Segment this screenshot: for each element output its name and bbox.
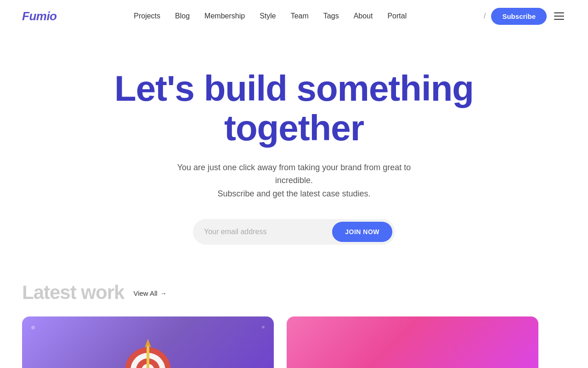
email-form: JOIN NOW xyxy=(193,219,395,245)
nav-link-blog[interactable]: Blog xyxy=(175,12,190,20)
hero-title: Let's build something together xyxy=(87,69,501,148)
view-all-link[interactable]: View All → xyxy=(133,289,166,297)
nav-link-style[interactable]: Style xyxy=(260,12,276,20)
svg-rect-5 xyxy=(147,345,149,368)
nav-link-membership[interactable]: Membership xyxy=(204,12,245,20)
email-input[interactable] xyxy=(204,224,332,240)
join-now-button[interactable]: JOIN NOW xyxy=(332,222,392,242)
decorative-dot-tl xyxy=(31,326,35,329)
nav-link-about[interactable]: About xyxy=(354,12,373,20)
nav-link-projects[interactable]: Projects xyxy=(134,12,160,20)
menu-line-1 xyxy=(554,12,564,13)
cards-row xyxy=(22,316,566,368)
nav-right: / Subscribe xyxy=(484,8,566,25)
hero-subtitle-line1: You are just one click away from taking … xyxy=(177,163,411,185)
nav-links: Projects Blog Membership Style Team Tags… xyxy=(134,12,407,20)
subscribe-button[interactable]: Subscribe xyxy=(491,8,547,25)
nav-link-tags[interactable]: Tags xyxy=(323,12,339,20)
menu-line-3 xyxy=(554,19,564,20)
target-3d-icon xyxy=(118,337,178,368)
hero-section: Let's build something together You are j… xyxy=(0,32,588,272)
latest-work-section: Latest work View All → xyxy=(0,272,588,368)
menu-line-2 xyxy=(554,16,564,17)
work-card-1[interactable] xyxy=(22,316,274,368)
nav-link-portal[interactable]: Portal xyxy=(387,12,407,20)
nav-link-team[interactable]: Team xyxy=(291,12,309,20)
brand-logo[interactable]: Fumio xyxy=(22,9,57,23)
navbar: Fumio Projects Blog Membership Style Tea… xyxy=(0,0,588,32)
decorative-dot-tr xyxy=(262,326,265,328)
view-all-arrow-icon: → xyxy=(160,290,167,297)
work-card-2[interactable] xyxy=(287,316,538,368)
view-all-label: View All xyxy=(133,289,157,297)
nav-separator: / xyxy=(484,12,486,20)
hero-subtitle: You are just one click away from taking … xyxy=(175,161,413,201)
latest-work-header: Latest work View All → xyxy=(22,282,566,304)
hamburger-menu-icon[interactable] xyxy=(552,11,566,22)
latest-work-title: Latest work xyxy=(22,282,124,304)
hero-subtitle-line2: Subscribe and get the latest case studie… xyxy=(217,189,370,198)
